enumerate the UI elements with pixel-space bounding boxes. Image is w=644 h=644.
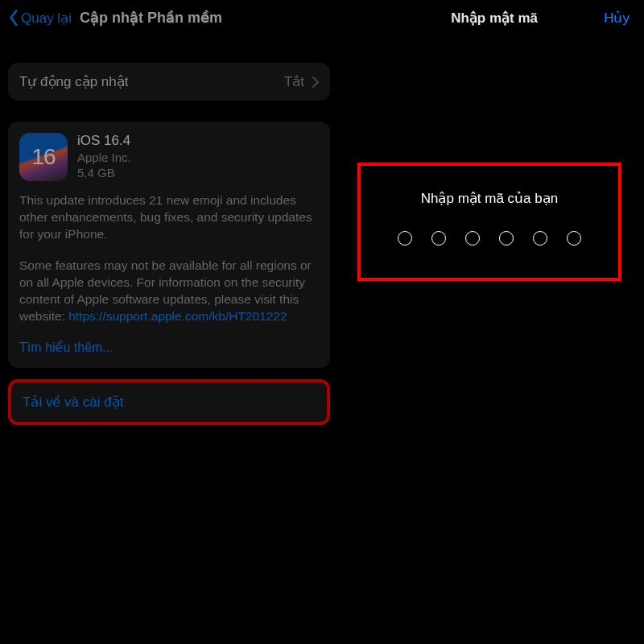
passcode-dot [431,231,446,246]
update-para2: Some features may not be available for a… [19,258,319,325]
ios-icon: 16 [19,133,68,181]
update-card: 16 iOS 16.4 Apple Inc. 5,4 GB This updat… [8,122,330,368]
update-vendor: Apple Inc. [77,151,131,164]
update-name: iOS 16.4 [77,133,131,149]
auto-update-row[interactable]: Tự động cập nhật Tắt [8,63,330,101]
left-content: Tự động cập nhật Tắt 16 iOS 16.4 Apple I… [0,35,338,425]
left-nav-bar: Quay lại Cập nhật Phần mềm [0,0,338,35]
back-label: Quay lại [21,10,72,27]
passcode-dots [374,231,605,246]
passcode-dot [533,231,547,246]
download-install-button[interactable]: Tải về và cài đặt [8,379,330,425]
ios-icon-text: 16 [31,144,55,170]
update-size: 5,4 GB [77,166,131,180]
cancel-button[interactable]: Hủy [604,10,630,27]
auto-update-label: Tự động cập nhật [19,73,129,90]
chevron-right-icon [312,76,319,88]
passcode-dot [465,231,480,246]
update-description: This update introduces 21 new emoji and … [19,192,319,357]
passcode-title: Nhập mật mã [451,10,538,27]
back-button[interactable]: Quay lại [8,9,72,27]
passcode-entry[interactable]: Nhập mật mã của bạn [357,163,621,281]
right-nav-bar: Nhập mật mã Hủy [338,0,644,35]
auto-update-value: Tắt [284,73,304,90]
update-meta: iOS 16.4 Apple Inc. 5,4 GB [77,133,131,181]
auto-update-value-group: Tắt [284,73,319,90]
update-header: 16 iOS 16.4 Apple Inc. 5,4 GB [19,133,319,181]
page-title: Cập nhật Phần mềm [80,9,330,27]
chevron-left-icon [8,9,19,27]
passcode-dot [398,231,412,246]
passcode-dot [499,231,514,246]
security-link[interactable]: https://support.apple.com/kb/HT201222 [68,309,287,323]
install-label: Tải về và cài đặt [23,394,123,410]
learn-more-link[interactable]: Tìm hiểu thêm... [19,339,319,357]
software-update-pane: Quay lại Cập nhật Phần mềm Tự động cập n… [0,0,338,644]
passcode-pane: Nhập mật mã Hủy Nhập mật mã của bạn [338,0,644,644]
passcode-dot [567,231,581,246]
update-para1: This update introduces 21 new emoji and … [19,192,319,243]
passcode-prompt: Nhập mật mã của bạn [374,190,605,207]
